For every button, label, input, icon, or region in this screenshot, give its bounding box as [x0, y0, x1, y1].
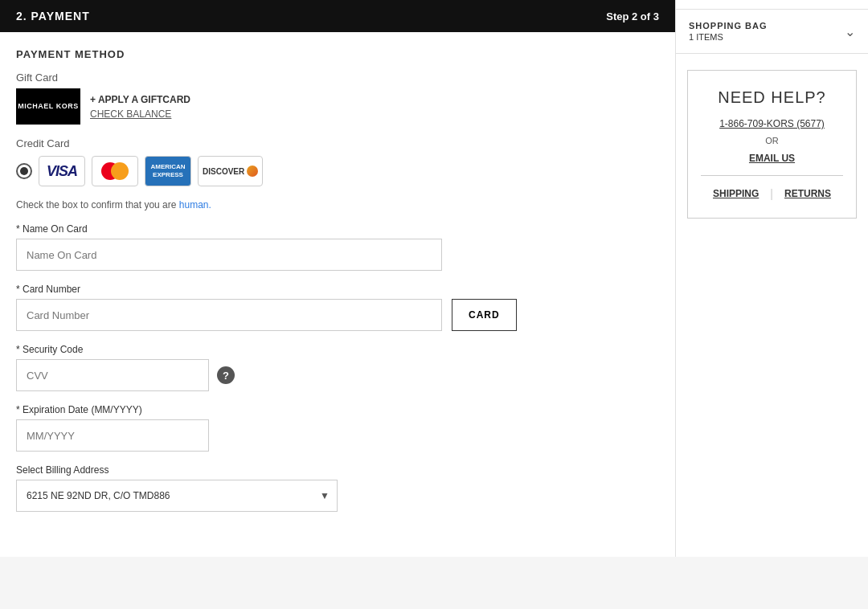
- shopping-bag-section[interactable]: SHOPPING BAG 1 ITEMS ⌄: [676, 10, 868, 54]
- security-code-row: ?: [16, 359, 659, 391]
- credit-card-label: Credit Card: [16, 137, 659, 149]
- mastercard-logo: [92, 156, 138, 186]
- billing-address-label: Select Billing Address: [16, 464, 659, 476]
- gift-card-section: Gift Card MICHAEL KORS + APPLY A GIFTCAR…: [16, 72, 659, 125]
- help-links-divider: |: [770, 187, 773, 200]
- name-on-card-input[interactable]: [16, 239, 442, 271]
- help-or-text: OR: [701, 136, 843, 145]
- gift-card-logo: MICHAEL KORS: [16, 88, 80, 125]
- step-title: 2. PAYMENT: [16, 10, 90, 22]
- returns-link[interactable]: RETURNS: [784, 188, 831, 199]
- gift-card-row: MICHAEL KORS + APPLY A GIFTCARD CHECK BA…: [16, 88, 659, 125]
- apply-gift-link[interactable]: + APPLY A GIFTCARD: [90, 94, 190, 105]
- expiration-group: * Expiration Date (MM/YYYY): [16, 404, 659, 452]
- billing-select-wrapper: 6215 NE 92ND DR, C/O TMD886 ▼: [16, 480, 338, 512]
- step-header: 2. PAYMENT Step 2 of 3: [0, 0, 675, 32]
- chevron-down-icon: ⌄: [845, 24, 855, 39]
- gift-card-actions: + APPLY A GIFTCARD CHECK BALANCE: [90, 94, 190, 120]
- visa-logo: VISA: [39, 156, 85, 186]
- human-highlight: human.: [179, 199, 211, 210]
- card-number-input[interactable]: [16, 299, 442, 331]
- sidebar-top-bar: [676, 0, 868, 10]
- check-balance-link[interactable]: CHECK BALANCE: [90, 108, 190, 120]
- cvv-help-icon[interactable]: ?: [217, 366, 235, 384]
- need-help-title: NEED HELP?: [701, 88, 843, 107]
- card-number-label: * Card Number: [16, 284, 659, 295]
- name-on-card-label: * Name On Card: [16, 223, 659, 235]
- mc-circle-yellow: [111, 162, 129, 180]
- human-check-text: Check the box to confirm that you are hu…: [16, 199, 659, 210]
- credit-card-section: Credit Card VISA AMERICANEXPRESS D: [16, 137, 659, 186]
- credit-card-row: VISA AMERICANEXPRESS DISCOVER: [16, 156, 659, 186]
- gift-card-label: Gift Card: [16, 72, 659, 84]
- billing-address-select[interactable]: 6215 NE 92ND DR, C/O TMD886: [16, 480, 338, 512]
- name-on-card-group: * Name On Card: [16, 223, 659, 271]
- help-divider: [701, 175, 843, 176]
- cvv-input[interactable]: [16, 359, 209, 391]
- card-button[interactable]: CARD: [452, 299, 517, 331]
- amex-logo: AMERICANEXPRESS: [145, 156, 191, 186]
- shopping-bag-text: SHOPPING BAG 1 ITEMS: [689, 21, 768, 42]
- credit-card-radio[interactable]: [16, 163, 32, 179]
- expiration-label: * Expiration Date (MM/YYYY): [16, 404, 659, 415]
- help-phone-link[interactable]: 1-866-709-KORS (5677): [701, 118, 843, 129]
- expiration-input[interactable]: [16, 419, 209, 452]
- help-section: NEED HELP? 1-866-709-KORS (5677) OR EMAI…: [687, 70, 857, 219]
- sidebar: SHOPPING BAG 1 ITEMS ⌄ NEED HELP? 1-866-…: [675, 0, 868, 557]
- bag-items: 1 ITEMS: [689, 32, 768, 42]
- billing-address-group: Select Billing Address 6215 NE 92ND DR, …: [16, 464, 659, 512]
- card-number-row: CARD: [16, 299, 659, 331]
- discover-dot: [247, 166, 258, 177]
- help-links: SHIPPING | RETURNS: [701, 187, 843, 200]
- bag-title: SHOPPING BAG: [689, 21, 768, 31]
- discover-logo: DISCOVER: [198, 156, 263, 186]
- card-number-group: * Card Number CARD: [16, 284, 659, 331]
- step-info: Step 2 of 3: [606, 10, 659, 22]
- email-us-link[interactable]: EMAIL US: [749, 153, 795, 164]
- payment-method-title: PAYMENT METHOD: [16, 48, 659, 60]
- security-code-label: * Security Code: [16, 344, 659, 355]
- security-code-group: * Security Code ?: [16, 344, 659, 391]
- shipping-link[interactable]: SHIPPING: [713, 188, 759, 199]
